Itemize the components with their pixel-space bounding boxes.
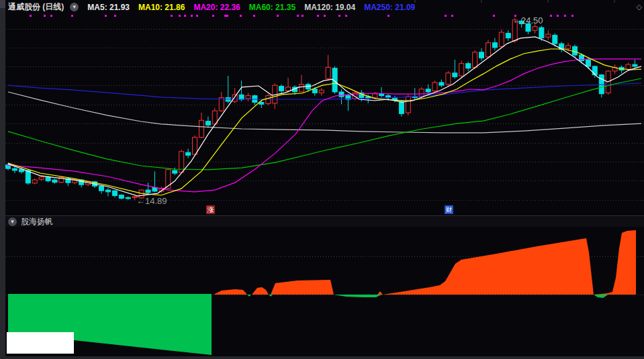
ma10-legend: MA10: 21.86: [138, 3, 185, 12]
low-price-label: ←14.89: [136, 196, 167, 206]
ma5-legend: MA5: 21.93: [87, 3, 130, 12]
subpanel-header: ▼ 股海扬帆: [5, 215, 644, 227]
ma250-legend: MA250: 21.09: [364, 3, 415, 12]
stock-title: 通威股份 (日线): [8, 1, 64, 13]
chart-titlebar: 通威股份 (日线) ▼ MA5: 21.93 MA10: 21.86 MA20:…: [5, 0, 644, 14]
white-overlay-box: [7, 332, 74, 354]
window-left-edge: [0, 0, 5, 359]
event-badge-zhang[interactable]: 涨: [206, 205, 215, 214]
chevron-down-icon[interactable]: ▼: [70, 3, 79, 11]
sub-chart-area[interactable]: [5, 227, 644, 356]
chevron-down-icon[interactable]: ▼: [8, 217, 17, 226]
app-window: 通威股份 (日线) ▼ MA5: 21.93 MA10: 21.86 MA20:…: [0, 0, 644, 359]
indicator-title: 股海扬帆: [21, 216, 53, 227]
event-badge-cai[interactable]: 财: [445, 205, 453, 214]
diamond-icon[interactable]: ◇: [637, 3, 642, 11]
main-chart-area[interactable]: [5, 14, 644, 215]
ma60-legend: MA60: 21.35: [249, 3, 295, 12]
high-price-label: ←24.50: [512, 15, 543, 25]
window-corner: [0, 0, 5, 8]
window-bottom-edge: [0, 356, 644, 359]
ma20-legend: MA20: 22.36: [193, 3, 240, 12]
ma120-legend: MA120: 19.04: [304, 3, 355, 12]
